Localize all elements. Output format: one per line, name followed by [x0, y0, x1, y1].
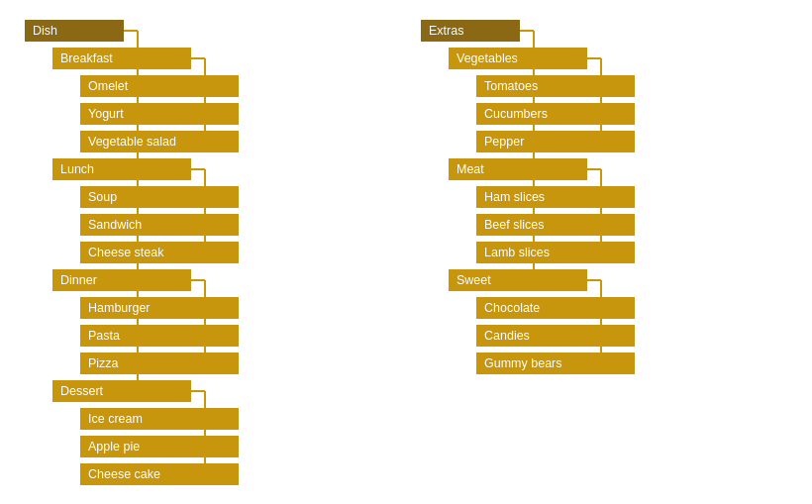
category-node: Lunch — [52, 158, 191, 180]
item-node: Omelet — [80, 75, 239, 97]
item-node: Apple pie — [80, 436, 239, 457]
category-node: Sweet — [449, 269, 587, 291]
right-tree: ExtrasVegetablesTomatoesCucumbersPepperM… — [411, 10, 797, 390]
item-node: Cheese steak — [80, 242, 239, 263]
item-node: Soup — [80, 186, 239, 208]
item-node: Pasta — [80, 325, 239, 347]
item-node: Vegetable salad — [80, 131, 239, 152]
item-node: Cucumbers — [476, 103, 635, 125]
item-node: Yogurt — [80, 103, 239, 125]
category-node: Dessert — [52, 380, 191, 402]
item-node: Gummy bears — [476, 353, 635, 374]
category-node: Vegetables — [449, 48, 587, 69]
item-node: Beef slices — [476, 214, 635, 236]
item-node: Sandwich — [80, 214, 239, 236]
root-node: Dish — [25, 20, 124, 42]
item-node: Candies — [476, 325, 635, 347]
item-node: Lamb slices — [476, 242, 635, 263]
item-node: Cheese cake — [80, 463, 239, 485]
item-node: Tomatoes — [476, 75, 635, 97]
category-node: Meat — [449, 158, 587, 180]
item-node: Ham slices — [476, 186, 635, 208]
category-node: Dinner — [52, 269, 191, 291]
item-node: Pepper — [476, 131, 635, 152]
category-node: Breakfast — [52, 48, 191, 69]
item-node: Hamburger — [80, 297, 239, 319]
root-node: Extras — [421, 20, 520, 42]
diagram-container: DishBreakfastOmeletYogurtVegetable salad… — [0, 0, 812, 504]
item-node: Ice cream — [80, 408, 239, 430]
left-tree: DishBreakfastOmeletYogurtVegetable salad… — [15, 10, 401, 501]
item-node: Pizza — [80, 353, 239, 374]
item-node: Chocolate — [476, 297, 635, 319]
